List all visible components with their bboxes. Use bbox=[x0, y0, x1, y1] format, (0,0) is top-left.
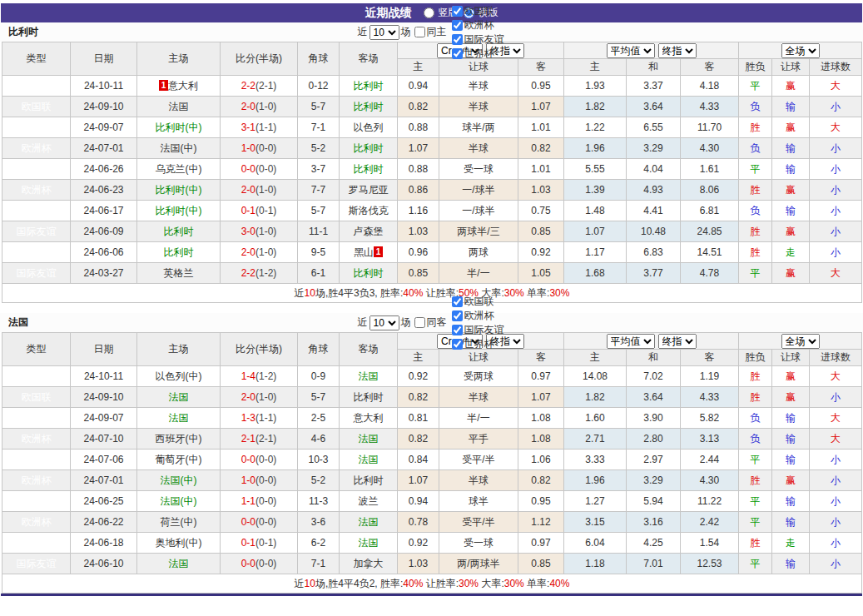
competition-badge: 欧国联 bbox=[2, 387, 71, 408]
match-score: 1-4(1-2) bbox=[221, 366, 298, 387]
page: 近期战绩 竖版 横版 比利时 近 10 场 同主 欧国联欧洲杯国际友谊世界杯 bbox=[0, 3, 863, 596]
handicap-away-odds: 1.06 bbox=[518, 450, 564, 470]
same-venue-filter[interactable]: 同主 bbox=[413, 25, 447, 39]
match-count-select[interactable]: 10 bbox=[370, 25, 399, 40]
match-row: 国际友谊24-06-10法国0-0(0-0)7-1加拿大1.03两/两球半0.8… bbox=[2, 554, 862, 574]
result-goals: 小 bbox=[810, 387, 862, 408]
avg-home-odds: 2.71 bbox=[564, 429, 627, 450]
result-wdl: 平 bbox=[739, 76, 772, 97]
average-select[interactable]: 平均值 bbox=[607, 334, 655, 349]
result-wdl: 平 bbox=[739, 450, 772, 470]
competition-badge: 欧洲杯 bbox=[2, 138, 71, 159]
match-count-select[interactable]: 10 bbox=[370, 315, 399, 330]
half-time-score: (1-0) bbox=[255, 101, 276, 112]
competition-label: 世界杯 bbox=[464, 47, 494, 61]
home-team: 英格兰 bbox=[164, 267, 194, 279]
away-team-cell: 法国 bbox=[340, 512, 398, 533]
competition-checkbox-3[interactable] bbox=[452, 48, 463, 59]
summary-text: 让胜率: bbox=[423, 578, 459, 589]
handicap-home-odds: 0.81 bbox=[398, 408, 439, 429]
handicap-home-odds: 0.92 bbox=[398, 366, 439, 387]
avg-away-odds: 5.82 bbox=[681, 408, 739, 429]
match-date: 24-09-10 bbox=[71, 97, 137, 117]
avg-away-odds: 1.61 bbox=[681, 159, 739, 180]
filter-row: 法国 近 10 场 同客 欧国联欧洲杯国际友谊世界杯 bbox=[0, 313, 863, 332]
competition-filter-3[interactable]: 世界杯 bbox=[450, 337, 504, 351]
handicap-line: 受平/半 bbox=[439, 512, 518, 533]
away-team: 比利时 bbox=[354, 163, 384, 175]
competition-filter-3[interactable]: 世界杯 bbox=[450, 47, 504, 61]
final-index-select-2[interactable]: 终指 bbox=[658, 43, 697, 58]
home-team-cell: 西班牙(中) bbox=[137, 429, 221, 450]
result-handicap: 赢 bbox=[772, 117, 810, 138]
corner-score: 9-5 bbox=[298, 242, 340, 263]
summary-text: 近 bbox=[295, 287, 305, 299]
match-date: 24-06-22 bbox=[71, 512, 137, 533]
away-team-cell: 法国 bbox=[340, 429, 398, 450]
competition-checkbox-1[interactable] bbox=[452, 20, 463, 31]
same-venue-label: 同主 bbox=[427, 25, 447, 39]
result-wdl: 负 bbox=[739, 97, 772, 117]
competition-filter-1[interactable]: 欧洲杯 bbox=[450, 309, 504, 323]
result-goals: 小 bbox=[810, 138, 862, 159]
away-team: 法国 bbox=[359, 370, 379, 382]
competition-checkbox-1[interactable] bbox=[452, 310, 463, 321]
result-goals: 小 bbox=[810, 159, 862, 180]
result-handicap: 输 bbox=[772, 138, 810, 159]
full-match-select[interactable]: 全场 bbox=[781, 43, 820, 58]
avg-draw-odds: 2.80 bbox=[627, 429, 681, 450]
result-goals: 大 bbox=[810, 263, 862, 284]
competition-checkbox-2[interactable] bbox=[452, 325, 463, 335]
corner-score: 3-6 bbox=[298, 512, 340, 533]
same-venue-checkbox[interactable] bbox=[414, 27, 425, 37]
competition-filter-2[interactable]: 国际友谊 bbox=[450, 32, 504, 47]
final-index-select-2[interactable]: 终指 bbox=[658, 334, 697, 349]
avg-home-odds: 1.93 bbox=[564, 76, 627, 97]
result-goals: 大 bbox=[810, 117, 862, 138]
same-venue-filter[interactable]: 同客 bbox=[413, 315, 447, 330]
result-handicap: 赢 bbox=[772, 180, 810, 201]
competition-filter-0[interactable]: 欧国联 bbox=[450, 295, 504, 309]
avg-home-odds: 1.17 bbox=[564, 242, 627, 263]
avg-away-odds: 24.85 bbox=[681, 221, 739, 242]
handicap-home-odds: 0.82 bbox=[398, 387, 439, 408]
col-result: 胜负 bbox=[739, 59, 772, 76]
handicap-away-odds: 1.12 bbox=[518, 512, 564, 533]
half-time-score: (0-0) bbox=[255, 516, 276, 528]
competition-filter-1[interactable]: 欧洲杯 bbox=[450, 18, 504, 32]
handicap-home-odds: 0.94 bbox=[398, 76, 439, 97]
competition-filter-0[interactable]: 欧国联 bbox=[450, 4, 504, 18]
average-select[interactable]: 平均值 bbox=[607, 43, 655, 58]
competition-checkbox-0[interactable] bbox=[452, 296, 463, 307]
full-time-score: 1-3 bbox=[241, 412, 255, 424]
filter-controls: 近 10 场 同主 欧国联欧洲杯国际友谊世界杯 bbox=[358, 4, 506, 61]
result-wdl: 平 bbox=[739, 491, 772, 512]
match-date: 24-06-09 bbox=[71, 221, 137, 242]
summary-text: 单率: bbox=[524, 578, 550, 589]
avg-home-odds: 1.48 bbox=[564, 201, 627, 221]
competition-filter-2[interactable]: 国际友谊 bbox=[450, 323, 504, 337]
match-date: 24-06-06 bbox=[71, 242, 137, 263]
same-venue-checkbox[interactable] bbox=[414, 317, 425, 328]
competition-checkbox-0[interactable] bbox=[452, 6, 463, 17]
corner-score: 10-3 bbox=[298, 450, 340, 470]
competition-badge: 国际友谊 bbox=[2, 242, 71, 263]
summary-text: 30% bbox=[549, 287, 569, 299]
match-date: 24-09-07 bbox=[71, 117, 137, 138]
competition-checkbox-2[interactable] bbox=[452, 34, 463, 45]
handicap-away-odds: 1.07 bbox=[518, 387, 564, 408]
match-date: 24-09-10 bbox=[71, 387, 137, 408]
full-match-select[interactable]: 全场 bbox=[781, 334, 820, 349]
competition-checkbox-3[interactable] bbox=[452, 339, 463, 350]
result-goals: 小 bbox=[810, 554, 862, 574]
corner-score: 11-1 bbox=[298, 221, 340, 242]
avg-home-odds: 1.82 bbox=[564, 97, 627, 117]
home-team: 以色列(中) bbox=[156, 370, 202, 382]
competition-badge: 欧洲杯 bbox=[2, 201, 71, 221]
away-team: 比利时 bbox=[354, 474, 384, 486]
match-row: 欧国联24-09-10法国2-0(1-0)5-7比利时0.82半球1.071.8… bbox=[2, 387, 862, 408]
match-score: 1-0(0-0) bbox=[221, 470, 298, 491]
home-team-cell: 比利时 bbox=[137, 221, 221, 242]
away-team-cell: 比利时 bbox=[340, 159, 398, 180]
home-team-cell: 比利时 bbox=[137, 242, 221, 263]
